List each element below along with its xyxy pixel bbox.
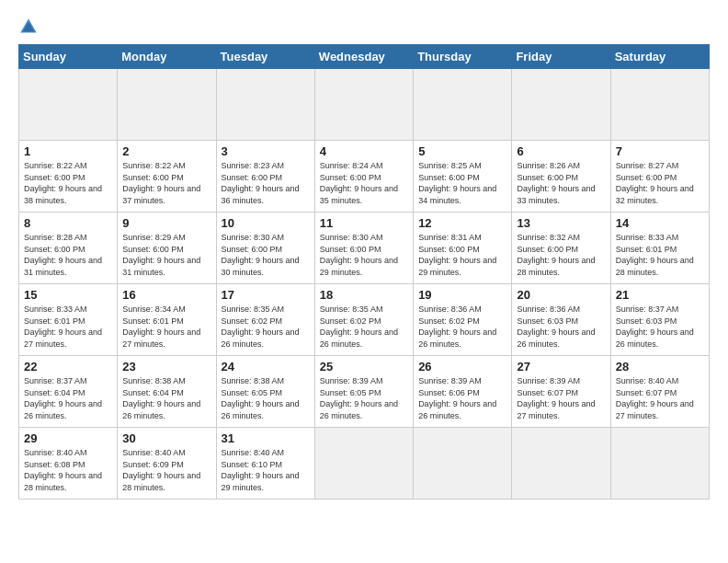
day-number: 13 — [517, 216, 605, 230]
cell-content: Sunrise: 8:31 AMSunset: 6:00 PMDaylight:… — [418, 232, 506, 278]
calendar-cell: 25Sunrise: 8:39 AMSunset: 6:05 PMDayligh… — [314, 356, 413, 428]
calendar-cell — [610, 428, 709, 500]
cell-content: Sunrise: 8:39 AMSunset: 6:05 PMDaylight:… — [320, 375, 408, 421]
calendar-cell: 21Sunrise: 8:37 AMSunset: 6:03 PMDayligh… — [610, 284, 709, 356]
cell-content: Sunrise: 8:35 AMSunset: 6:02 PMDaylight:… — [320, 304, 408, 350]
calendar-cell: 31Sunrise: 8:40 AMSunset: 6:10 PMDayligh… — [216, 428, 314, 500]
cell-content: Sunrise: 8:30 AMSunset: 6:00 PMDaylight:… — [222, 232, 310, 278]
day-number: 4 — [320, 144, 408, 158]
calendar-cell: 28Sunrise: 8:40 AMSunset: 6:07 PMDayligh… — [610, 356, 709, 428]
calendar-cell — [414, 428, 512, 500]
calendar-cell — [512, 428, 610, 500]
logo-icon — [18, 17, 39, 37]
header — [18, 17, 710, 37]
calendar-week-row: 29Sunrise: 8:40 AMSunset: 6:08 PMDayligh… — [19, 428, 710, 500]
day-number: 10 — [222, 216, 310, 230]
calendar-cell: 10Sunrise: 8:30 AMSunset: 6:00 PMDayligh… — [216, 213, 314, 284]
calendar-cell: 5Sunrise: 8:25 AMSunset: 6:00 PMDaylight… — [414, 141, 512, 213]
calendar-cell: 6Sunrise: 8:26 AMSunset: 6:00 PMDaylight… — [512, 141, 610, 213]
day-number: 14 — [616, 216, 704, 230]
weekday-header-friday: Friday — [512, 45, 610, 69]
calendar-cell — [216, 69, 314, 141]
calendar-cell: 1Sunrise: 8:22 AMSunset: 6:00 PMDaylight… — [19, 141, 118, 213]
weekday-header-thursday: Thursday — [414, 45, 512, 69]
day-number: 2 — [122, 144, 210, 158]
cell-content: Sunrise: 8:34 AMSunset: 6:01 PMDaylight:… — [122, 304, 210, 350]
cell-content: Sunrise: 8:33 AMSunset: 6:01 PMDaylight:… — [24, 304, 112, 350]
day-number: 31 — [222, 431, 310, 445]
day-number: 5 — [418, 144, 506, 158]
cell-content: Sunrise: 8:37 AMSunset: 6:03 PMDaylight:… — [616, 304, 704, 350]
cell-content: Sunrise: 8:29 AMSunset: 6:00 PMDaylight:… — [122, 232, 210, 278]
cell-content: Sunrise: 8:28 AMSunset: 6:00 PMDaylight:… — [24, 232, 112, 278]
day-number: 30 — [122, 431, 210, 445]
cell-content: Sunrise: 8:36 AMSunset: 6:03 PMDaylight:… — [517, 304, 605, 350]
calendar-week-row: 1Sunrise: 8:22 AMSunset: 6:00 PMDaylight… — [19, 141, 710, 213]
day-number: 26 — [418, 360, 506, 373]
calendar-cell: 19Sunrise: 8:36 AMSunset: 6:02 PMDayligh… — [414, 284, 512, 356]
calendar-cell — [314, 69, 413, 141]
day-number: 25 — [320, 360, 408, 373]
calendar-cell — [414, 69, 512, 141]
calendar-page: SundayMondayTuesdayWednesdayThursdayFrid… — [0, 0, 728, 509]
calendar-table: SundayMondayTuesdayWednesdayThursdayFrid… — [18, 44, 710, 500]
calendar-cell: 12Sunrise: 8:31 AMSunset: 6:00 PMDayligh… — [414, 213, 512, 284]
cell-content: Sunrise: 8:37 AMSunset: 6:04 PMDaylight:… — [24, 375, 112, 421]
day-number: 8 — [24, 216, 112, 230]
cell-content: Sunrise: 8:40 AMSunset: 6:07 PMDaylight:… — [616, 375, 704, 421]
cell-content: Sunrise: 8:35 AMSunset: 6:02 PMDaylight:… — [222, 304, 310, 350]
day-number: 9 — [122, 216, 210, 230]
day-number: 18 — [320, 288, 408, 302]
day-number: 24 — [222, 360, 310, 373]
calendar-cell: 4Sunrise: 8:24 AMSunset: 6:00 PMDaylight… — [314, 141, 413, 213]
cell-content: Sunrise: 8:38 AMSunset: 6:04 PMDaylight:… — [122, 375, 210, 421]
weekday-header-tuesday: Tuesday — [216, 45, 314, 69]
calendar-cell: 26Sunrise: 8:39 AMSunset: 6:06 PMDayligh… — [414, 356, 512, 428]
calendar-week-row: 15Sunrise: 8:33 AMSunset: 6:01 PMDayligh… — [19, 284, 710, 356]
calendar-cell: 22Sunrise: 8:37 AMSunset: 6:04 PMDayligh… — [19, 356, 118, 428]
calendar-cell — [610, 69, 709, 141]
day-number: 20 — [517, 288, 605, 302]
day-number: 16 — [122, 288, 210, 302]
calendar-cell — [314, 428, 413, 500]
calendar-cell: 11Sunrise: 8:30 AMSunset: 6:00 PMDayligh… — [314, 213, 413, 284]
calendar-cell: 24Sunrise: 8:38 AMSunset: 6:05 PMDayligh… — [216, 356, 314, 428]
cell-content: Sunrise: 8:40 AMSunset: 6:09 PMDaylight:… — [122, 447, 210, 493]
day-number: 27 — [517, 360, 605, 373]
cell-content: Sunrise: 8:25 AMSunset: 6:00 PMDaylight:… — [418, 160, 506, 206]
day-number: 29 — [24, 431, 112, 445]
calendar-cell: 2Sunrise: 8:22 AMSunset: 6:00 PMDaylight… — [118, 141, 216, 213]
day-number: 19 — [418, 288, 506, 302]
weekday-header-monday: Monday — [118, 45, 216, 69]
calendar-cell — [118, 69, 216, 141]
calendar-cell: 3Sunrise: 8:23 AMSunset: 6:00 PMDaylight… — [216, 141, 314, 213]
calendar-cell: 9Sunrise: 8:29 AMSunset: 6:00 PMDaylight… — [118, 213, 216, 284]
calendar-week-row: 8Sunrise: 8:28 AMSunset: 6:00 PMDaylight… — [19, 213, 710, 284]
day-number: 28 — [616, 360, 704, 373]
day-number: 6 — [517, 144, 605, 158]
cell-content: Sunrise: 8:40 AMSunset: 6:10 PMDaylight:… — [222, 447, 310, 493]
cell-content: Sunrise: 8:26 AMSunset: 6:00 PMDaylight:… — [517, 160, 605, 206]
day-number: 17 — [222, 288, 310, 302]
calendar-cell: 20Sunrise: 8:36 AMSunset: 6:03 PMDayligh… — [512, 284, 610, 356]
cell-content: Sunrise: 8:32 AMSunset: 6:00 PMDaylight:… — [517, 232, 605, 278]
day-number: 12 — [418, 216, 506, 230]
calendar-week-row: 22Sunrise: 8:37 AMSunset: 6:04 PMDayligh… — [19, 356, 710, 428]
cell-content: Sunrise: 8:23 AMSunset: 6:00 PMDaylight:… — [222, 160, 310, 206]
weekday-header-row: SundayMondayTuesdayWednesdayThursdayFrid… — [19, 45, 710, 69]
calendar-cell: 14Sunrise: 8:33 AMSunset: 6:01 PMDayligh… — [610, 213, 709, 284]
calendar-cell: 17Sunrise: 8:35 AMSunset: 6:02 PMDayligh… — [216, 284, 314, 356]
day-number: 15 — [24, 288, 112, 302]
cell-content: Sunrise: 8:22 AMSunset: 6:00 PMDaylight:… — [24, 160, 112, 206]
day-number: 1 — [24, 144, 112, 158]
calendar-cell — [19, 69, 118, 141]
calendar-cell: 30Sunrise: 8:40 AMSunset: 6:09 PMDayligh… — [118, 428, 216, 500]
day-number: 7 — [616, 144, 704, 158]
day-number: 22 — [24, 360, 112, 373]
calendar-cell: 18Sunrise: 8:35 AMSunset: 6:02 PMDayligh… — [314, 284, 413, 356]
calendar-cell — [512, 69, 610, 141]
calendar-cell: 15Sunrise: 8:33 AMSunset: 6:01 PMDayligh… — [19, 284, 118, 356]
calendar-cell: 27Sunrise: 8:39 AMSunset: 6:07 PMDayligh… — [512, 356, 610, 428]
weekday-header-wednesday: Wednesday — [314, 45, 413, 69]
calendar-week-row — [19, 69, 710, 141]
